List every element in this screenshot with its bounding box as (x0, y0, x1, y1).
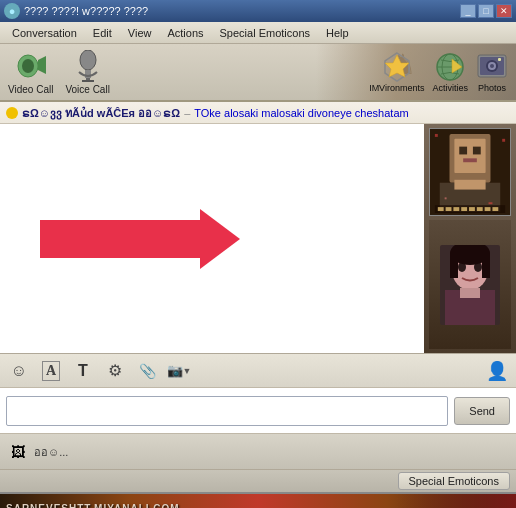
activities-label: Activities (432, 83, 468, 93)
svg-rect-33 (446, 207, 452, 211)
svg-rect-24 (463, 158, 477, 162)
person-icon: 👤 (486, 360, 508, 382)
svg-rect-35 (461, 207, 467, 211)
attach-button[interactable]: 📎 (134, 358, 160, 384)
extras-button[interactable]: 📷 ▼ (166, 358, 192, 384)
toolbar-right: 👤 (484, 358, 510, 384)
video-call-button[interactable]: Video Call (8, 50, 53, 95)
svg-rect-47 (450, 253, 458, 278)
menu-help[interactable]: Help (318, 25, 357, 41)
text-format-icon: T (78, 362, 88, 380)
svg-rect-18 (498, 58, 501, 61)
svg-rect-32 (438, 207, 444, 211)
person-button[interactable]: 👤 (484, 358, 510, 384)
svg-rect-39 (492, 207, 498, 211)
svg-rect-45 (460, 288, 480, 298)
menu-conversation[interactable]: Conversation (4, 25, 85, 41)
settings-icon: ⚙ (108, 361, 122, 380)
font-button[interactable]: A (38, 358, 64, 384)
status-song: TOke alosaki malosaki divoneye cheshatam (194, 107, 408, 119)
voice-call-icon (72, 50, 104, 82)
svg-rect-34 (453, 207, 459, 211)
menu-edit[interactable]: Edit (85, 25, 120, 41)
bottom-label: ออ☺... (34, 443, 68, 461)
svg-rect-38 (485, 207, 491, 211)
svg-rect-48 (482, 253, 490, 278)
svg-point-17 (490, 64, 494, 68)
svg-rect-6 (82, 80, 94, 82)
activities-icon (434, 51, 466, 83)
sidebar-panel (424, 124, 516, 353)
message-input[interactable] (6, 396, 448, 426)
menu-view[interactable]: View (120, 25, 160, 41)
footer-decoration (396, 494, 516, 508)
svg-marker-1 (38, 56, 46, 74)
photos-icon (476, 51, 508, 83)
voice-call-label: Voice Call (65, 84, 109, 95)
emoticon-button[interactable]: ☺ (6, 358, 32, 384)
svg-rect-27 (435, 134, 438, 137)
send-button[interactable]: Send (454, 397, 510, 425)
toolbar-right-section: IMVironments Activities (369, 51, 508, 93)
svg-rect-21 (454, 139, 485, 173)
input-toolbar: ☺ A T ⚙ 📎 📷 ▼ 👤 (0, 354, 516, 388)
photos-label: Photos (478, 83, 506, 93)
svg-rect-23 (473, 147, 481, 155)
settings-button[interactable]: ⚙ (102, 358, 128, 384)
window-title: ???? ????! w????? ???? (24, 5, 460, 17)
voice-call-button[interactable]: Voice Call (65, 50, 109, 95)
message-input-area: Send (0, 388, 516, 434)
arrow-decoration (40, 209, 240, 269)
footer-wallpaper: SARNEVESHTT.MIYANALI.COM (0, 494, 516, 508)
menu-actions[interactable]: Actions (159, 25, 211, 41)
minimize-button[interactable]: _ (460, 4, 476, 18)
title-bar: ● ???? ????! w????? ???? _ □ ✕ (0, 0, 516, 22)
activities-button[interactable]: Activities (432, 51, 468, 93)
restore-button[interactable]: □ (478, 4, 494, 18)
svg-rect-37 (477, 207, 483, 211)
svg-rect-30 (489, 202, 493, 204)
menu-bar: Conversation Edit View Actions Special E… (0, 22, 516, 44)
bottom-bar: 🖼 ออ☺... (0, 434, 516, 470)
video-call-icon (15, 50, 47, 82)
bottom-icon: 🖼 (11, 444, 25, 460)
main-area (0, 124, 516, 354)
svg-rect-22 (459, 147, 467, 155)
extras-icon: 📷 (167, 363, 183, 378)
svg-point-3 (80, 50, 96, 70)
window-controls: _ □ ✕ (460, 4, 512, 18)
special-emoticons-button[interactable]: Special Emoticons (398, 472, 511, 490)
status-indicator (6, 107, 18, 119)
text-format-button[interactable]: T (70, 358, 96, 384)
menu-special-emoticons[interactable]: Special Emoticons (212, 25, 319, 41)
video-call-label: Video Call (8, 84, 53, 95)
status-divider: – (184, 107, 190, 119)
photos-button[interactable]: Photos (476, 51, 508, 93)
imvironments-button[interactable]: IMVironments (369, 51, 424, 93)
contact-avatar-main (429, 128, 511, 216)
svg-point-2 (22, 59, 34, 73)
app-icon: ● (4, 3, 20, 19)
contact-avatar-secondary (429, 220, 511, 349)
toolbar: ♞ Video Call Voice Call (0, 44, 516, 102)
imvironments-label: IMVironments (369, 83, 424, 93)
svg-rect-29 (445, 197, 447, 199)
svg-rect-36 (469, 207, 475, 211)
attach-icon: 📎 (139, 363, 156, 379)
imvironments-icon (381, 51, 413, 83)
status-bottom: Special Emoticons (0, 470, 516, 494)
close-button[interactable]: ✕ (496, 4, 512, 18)
svg-rect-28 (502, 139, 505, 142)
svg-rect-26 (454, 180, 485, 190)
status-bar: ຣΩ☺ვვ ทÃủd wÃĈEя ออ☺ຣΩ – TOke alosaki ma… (0, 102, 516, 124)
footer-text: SARNEVESHTT.MIYANALI.COM (6, 503, 180, 509)
contact-name: ຣΩ☺ვვ ทÃủd wÃĈEя ออ☺ຣΩ (22, 104, 180, 122)
font-icon: A (42, 361, 60, 381)
chat-display (0, 124, 424, 353)
bottom-icon-button[interactable]: 🖼 (6, 440, 30, 464)
emoticon-icon: ☺ (11, 362, 27, 380)
